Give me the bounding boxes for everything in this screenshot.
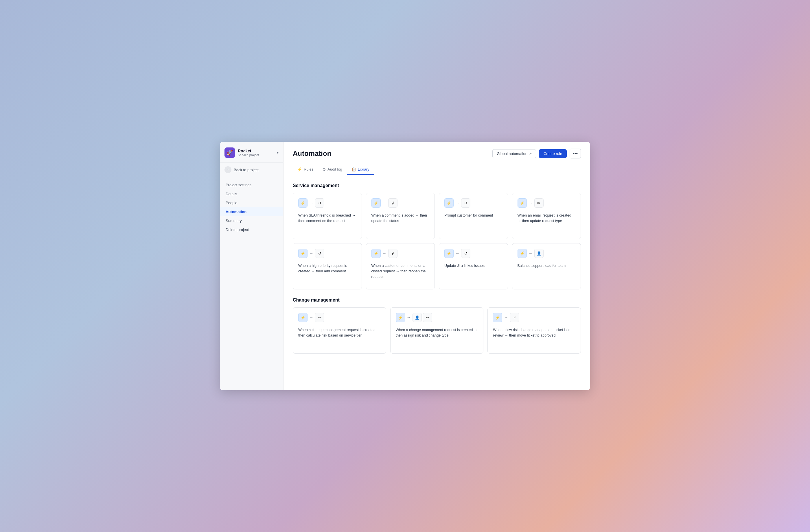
change-management-title: Change management [293,298,581,303]
header-actions: Global automation ↗ Create rule ••• [492,149,581,159]
back-to-project[interactable]: ← Back to project [220,163,283,177]
card-icons: ⚡ → 👤 ✏ [396,313,478,322]
action-icon1: 👤 [412,313,422,322]
more-options-button[interactable]: ••• [570,149,581,159]
action-icon: ↺ [461,249,470,258]
sidebar-item-project-settings[interactable]: Project settings [220,180,283,189]
arrow-icon: → [382,251,387,255]
action-icon: ↺ [315,249,324,258]
trigger-icon: ⚡ [298,249,308,258]
title-row: Automation Global automation ↗ Create ru… [293,149,581,159]
card-comment-added[interactable]: ⚡ → ↲ When a comment is added → then upd… [366,193,435,239]
change-management-grid: ⚡ → ✏ When a change management request i… [293,307,581,354]
card-email-request[interactable]: ⚡ → ✏ When an email request is created →… [512,193,581,239]
trigger-icon: ⚡ [518,249,527,258]
card-icons: ⚡ → ↺ [444,198,502,207]
arrow-icon: → [455,251,460,255]
global-automation-button[interactable]: Global automation ↗ [492,149,536,158]
action-icon: ↺ [315,198,324,207]
sidebar-item-details[interactable]: Details [220,189,283,198]
card-text: When a change management request is crea… [298,327,381,348]
card-icons: ⚡ → ↲ [493,313,576,322]
rules-icon: ⚡ [297,167,302,171]
sidebar-header: 🚀 Rocket Service project ▾ [220,142,283,163]
global-automation-label: Global automation [497,151,528,156]
tab-library-label: Library [358,167,369,171]
action-icon: ↲ [388,198,398,207]
card-icons: ⚡ → 👤 [518,249,576,258]
project-logo: 🚀 [225,148,235,158]
card-update-jira[interactable]: ⚡ → ↺ Update Jira linked issues [439,243,508,289]
card-icons: ⚡ → ↺ [298,198,356,207]
card-text: Update Jira linked issues [444,263,502,284]
tab-library[interactable]: 📋 Library [347,164,374,175]
tab-rules-label: Rules [304,167,313,171]
service-management-grid: ⚡ → ↺ When SLA threshold is breached → t… [293,193,581,289]
back-icon: ← [225,166,231,173]
card-sla-threshold[interactable]: ⚡ → ↺ When SLA threshold is breached → t… [293,193,362,239]
action-icon: ✏ [315,313,324,322]
arrow-icon: → [528,251,533,255]
card-text: When a low risk change management ticket… [493,327,576,348]
card-text: When a change management request is crea… [396,327,478,348]
arrow-icon: → [382,201,387,205]
trigger-icon: ⚡ [396,313,405,322]
project-info: Rocket Service project [238,149,274,157]
card-customer-comments[interactable]: ⚡ → ↲ When a customer comments on a clos… [366,243,435,289]
tabs: ⚡ Rules ⊙ Audit log 📋 Library [293,164,581,174]
card-icons: ⚡ → ✏ [518,198,576,207]
card-text: When an email request is created → then … [518,213,576,234]
sidebar-item-automation[interactable]: Automation [220,207,283,216]
trigger-icon: ⚡ [444,249,454,258]
audit-log-icon: ⊙ [323,167,326,171]
action-icon: ✏ [534,198,544,207]
arrow-icon: → [309,251,314,255]
sidebar: 🚀 Rocket Service project ▾ ← Back to pro… [220,142,284,390]
trigger-icon: ⚡ [444,198,454,207]
tab-audit-log[interactable]: ⊙ Audit log [318,164,347,175]
change-management-section: Change management ⚡ → ✏ When a change ma… [293,298,581,354]
sidebar-item-people[interactable]: People [220,198,283,207]
project-name: Rocket [238,149,274,153]
card-high-priority[interactable]: ⚡ → ↺ When a high priority request is cr… [293,243,362,289]
external-link-icon: ↗ [529,152,532,155]
main-header: Automation Global automation ↗ Create ru… [284,142,590,175]
card-text: When a high priority request is created … [298,263,356,284]
main-content: Automation Global automation ↗ Create ru… [284,142,590,390]
card-icons: ⚡ → ↺ [298,249,356,258]
arrow-icon: → [309,315,314,320]
project-type: Service project [238,153,274,157]
tab-rules[interactable]: ⚡ Rules [293,164,318,175]
card-assign-risk[interactable]: ⚡ → 👤 ✏ When a change management request… [390,307,484,354]
action-icon: 👤 [534,249,544,258]
card-prompt-customer[interactable]: ⚡ → ↺ Prompt customer for comment [439,193,508,239]
arrow-icon: → [455,201,460,205]
card-balance-support[interactable]: ⚡ → 👤 Balance support load for team [512,243,581,289]
card-text: Balance support load for team [518,263,576,284]
card-text: When a comment is added → then update th… [371,213,430,234]
card-change-risk[interactable]: ⚡ → ✏ When a change management request i… [293,307,386,354]
trigger-icon: ⚡ [298,313,308,322]
card-text: When a customer comments on a closed req… [371,263,430,284]
trigger-icon: ⚡ [298,198,308,207]
trigger-icon: ⚡ [371,198,381,207]
sidebar-item-summary[interactable]: Summary [220,216,283,225]
library-icon: 📋 [352,167,356,171]
trigger-icon: ⚡ [371,249,381,258]
service-management-title: Service management [293,183,581,188]
arrow-icon: → [406,315,411,320]
action-icon: ↲ [510,313,519,322]
create-rule-button[interactable]: Create rule [539,149,567,158]
service-management-section: Service management ⚡ → ↺ When SLA thresh… [293,183,581,289]
card-icons: ⚡ → ↲ [371,198,430,207]
action-icon: ↲ [388,249,398,258]
arrow-icon: → [503,315,508,320]
chevron-down-icon[interactable]: ▾ [277,151,279,155]
card-low-risk-review[interactable]: ⚡ → ↲ When a low risk change management … [487,307,581,354]
back-label: Back to project [234,168,259,172]
trigger-icon: ⚡ [493,313,502,322]
action-icon: ↺ [461,198,470,207]
card-icons: ⚡ → ↺ [444,249,502,258]
sidebar-item-delete-project[interactable]: Delete project [220,225,283,234]
card-icons: ⚡ → ↲ [371,249,430,258]
